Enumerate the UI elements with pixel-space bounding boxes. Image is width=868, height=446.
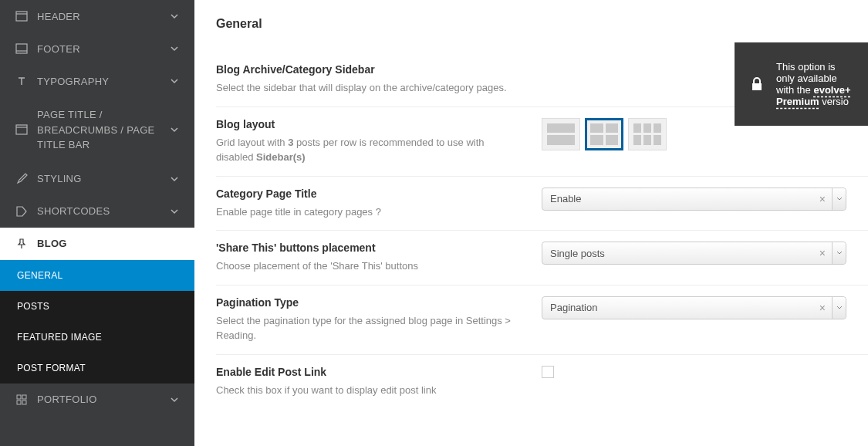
- svg-rect-0: [16, 12, 27, 21]
- sidebar-item-label: PAGE TITLE / BREADCRUMBS / PAGE TITLE BA…: [37, 107, 170, 153]
- svg-rect-7: [22, 395, 26, 399]
- setting-title: Blog layout: [216, 118, 518, 130]
- sidebar-item-header[interactable]: HEADER: [0, 0, 194, 32]
- sidebar-item-pagetitle[interactable]: PAGE TITLE / BREADCRUMBS / PAGE TITLE BA…: [0, 97, 194, 163]
- chevron-down-icon: [170, 76, 179, 86]
- select-value: Single posts: [542, 248, 813, 259]
- clear-icon[interactable]: ×: [813, 302, 832, 314]
- layout-option-3col[interactable]: [628, 118, 667, 150]
- setting-share: 'Share This' buttons placement Choose pl…: [216, 231, 868, 286]
- sidebar-subitem-featured[interactable]: FEATURED IMAGE: [0, 322, 194, 353]
- sidebar-subitem-posts[interactable]: POSTS: [0, 291, 194, 322]
- setting-title: Blog Archive/Category Sidebar: [216, 63, 518, 76]
- page-title: General: [216, 17, 868, 31]
- sidebar-item-label: HEADER: [37, 11, 170, 22]
- layout-option-2col[interactable]: [585, 118, 623, 150]
- dropdown-arrow-icon[interactable]: [832, 242, 846, 264]
- sidebar-item-typography[interactable]: TYPOGRAPHY: [0, 65, 194, 97]
- setting-title: Pagination Type: [216, 296, 518, 309]
- grid-icon: [15, 394, 28, 406]
- sidebar-item-label: FOOTER: [37, 43, 170, 55]
- setting-desc: Grid layout with 3 posts per row is reco…: [216, 135, 518, 165]
- sidebar-item-label: PORTFOLIO: [37, 394, 170, 405]
- svg-rect-2: [16, 44, 27, 53]
- premium-notice: This option is only available with the e…: [735, 42, 868, 126]
- svg-rect-10: [752, 83, 762, 90]
- setting-title: 'Share This' buttons placement: [216, 242, 518, 254]
- chevron-down-icon: [170, 12, 179, 21]
- lock-icon: [748, 76, 765, 93]
- setting-desc: Check this box if you want to display ed…: [216, 383, 518, 398]
- pin-icon: [15, 238, 28, 250]
- window-icon: [15, 123, 28, 136]
- chevron-down-icon: [170, 395, 179, 404]
- clear-icon[interactable]: ×: [813, 247, 832, 259]
- tag-icon: [15, 205, 28, 218]
- select-value: Pagination: [542, 302, 813, 313]
- sidebar-item-label: SHORTCODES: [37, 205, 170, 217]
- dropdown-arrow-icon[interactable]: [832, 297, 846, 319]
- setting-title: Enable Edit Post Link: [216, 366, 518, 378]
- brush-icon: [15, 173, 28, 185]
- premium-text: This option is only available with the e…: [776, 61, 854, 107]
- svg-rect-9: [22, 400, 26, 404]
- setting-desc: Select the pagination type for the assig…: [216, 313, 518, 343]
- text-icon: [15, 75, 28, 87]
- layout-option-1col[interactable]: [542, 118, 580, 150]
- sidebar-subitem-format[interactable]: POST FORMAT: [0, 353, 194, 383]
- clear-icon[interactable]: ×: [813, 193, 832, 205]
- sidebar-item-blog[interactable]: BLOG: [0, 228, 194, 260]
- setting-desc: Choose placement of the 'Share This' but…: [216, 258, 518, 274]
- sidebar-item-label: TYPOGRAPHY: [37, 76, 170, 87]
- select-value: Enable: [542, 193, 813, 204]
- chevron-down-icon: [170, 174, 179, 184]
- setting-pagetitle: Category Page Title Enable page title in…: [216, 177, 868, 231]
- sidebar-item-styling[interactable]: STYLING: [0, 163, 194, 195]
- main-panel: General This option is only available wi…: [194, 0, 868, 446]
- sidebar: HEADER FOOTER TYPOGRAPHY PAGE TITLE / BR…: [0, 0, 194, 446]
- setting-title: Category Page Title: [216, 188, 518, 200]
- chevron-down-icon: [170, 207, 179, 216]
- sidebar-item-portfolio[interactable]: PORTFOLIO: [0, 383, 194, 416]
- setting-desc: Select the sidebar that will display on …: [216, 80, 518, 96]
- window-icon: [15, 42, 28, 55]
- sidebar-item-shortcodes[interactable]: SHORTCODES: [0, 195, 194, 228]
- pagination-select[interactable]: Pagination ×: [542, 296, 846, 319]
- share-select[interactable]: Single posts ×: [542, 242, 846, 265]
- sidebar-subitem-general[interactable]: GENERAL: [0, 260, 194, 291]
- setting-desc: Enable page title in category pages ?: [216, 204, 518, 220]
- sidebar-item-label: STYLING: [37, 173, 170, 184]
- editlink-checkbox[interactable]: [542, 366, 554, 378]
- pagetitle-select[interactable]: Enable ×: [542, 188, 846, 211]
- dropdown-arrow-icon[interactable]: [832, 188, 846, 210]
- chevron-down-icon: [170, 125, 179, 134]
- window-icon: [15, 10, 28, 22]
- svg-rect-8: [17, 400, 21, 404]
- svg-rect-6: [17, 395, 21, 399]
- setting-pagination: Pagination Type Select the pagination ty…: [216, 286, 868, 355]
- setting-editlink: Enable Edit Post Link Check this box if …: [216, 355, 868, 409]
- svg-rect-4: [16, 125, 27, 134]
- sidebar-item-footer[interactable]: FOOTER: [0, 32, 194, 65]
- sidebar-item-label: BLOG: [37, 238, 179, 249]
- chevron-down-icon: [170, 44, 179, 53]
